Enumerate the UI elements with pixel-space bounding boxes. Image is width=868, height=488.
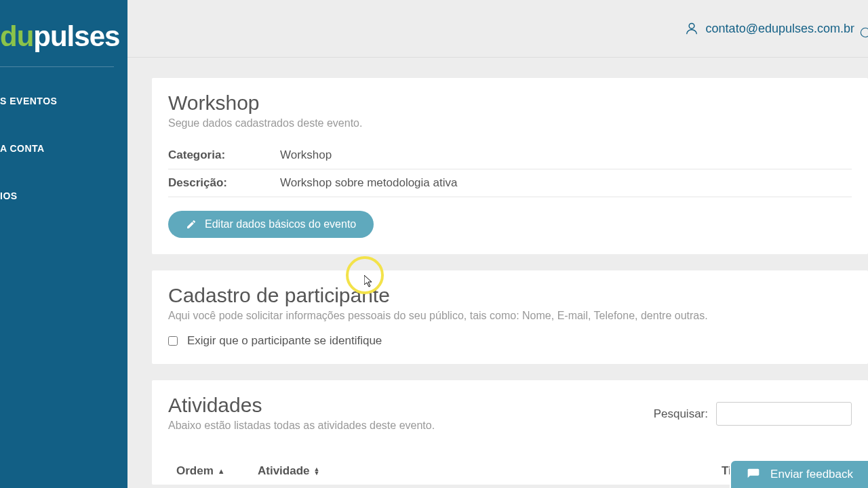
sidebar-item-conta[interactable]: A CONTA [0, 135, 127, 162]
column-ordem[interactable]: Ordem ▲ [176, 464, 258, 478]
help-icon[interactable] [860, 24, 868, 41]
logo: dupulses [0, 20, 127, 53]
activities-search: Pesquisar: [654, 402, 852, 426]
feedback-button[interactable]: Enviar feedback [730, 460, 868, 488]
logo-part2: pulses [33, 20, 119, 52]
sort-asc-icon: ▲ [218, 468, 225, 475]
svg-point-0 [689, 23, 694, 28]
user-email: contato@edupulses.com.br [706, 22, 854, 36]
sidebar-divider [0, 66, 114, 67]
event-description-value: Workshop sobre metodologia ativa [280, 176, 852, 190]
logo-part1: du [0, 20, 33, 52]
event-category-label: Categoria: [168, 148, 280, 162]
event-category-row: Categoria: Workshop [168, 142, 852, 169]
header: contato@edupulses.com.br [127, 0, 868, 58]
column-atividade[interactable]: Atividade ▲▼ [258, 464, 722, 478]
event-category-value: Workshop [280, 148, 852, 162]
search-label: Pesquisar: [654, 407, 708, 421]
edit-event-button[interactable]: Editar dados básicos do evento [168, 211, 374, 238]
sidebar-item-eventos[interactable]: S EVENTOS [0, 87, 127, 115]
sidebar: dupulses S EVENTOS A CONTA IOS [0, 0, 127, 488]
activities-title: Atividades [168, 394, 435, 417]
svg-point-1 [861, 28, 868, 37]
main-content: Workshop Segue dados cadastrados deste e… [152, 78, 868, 488]
search-input[interactable] [716, 402, 852, 426]
event-subtitle: Segue dados cadastrados deste evento. [168, 117, 852, 129]
feedback-label: Enviar feedback [770, 468, 853, 481]
chat-icon [746, 468, 761, 481]
pencil-icon [186, 219, 197, 230]
edit-event-label: Editar dados básicos do evento [205, 218, 356, 230]
user-info[interactable]: contato@edupulses.com.br [684, 21, 854, 36]
event-description-label: Descrição: [168, 176, 280, 190]
sidebar-item-ios[interactable]: IOS [0, 182, 127, 209]
participant-subtitle: Aqui você pode solicitar informações pes… [168, 310, 852, 322]
participant-card: Cadastro de participante Aqui você pode … [152, 270, 868, 364]
require-identify-checkbox[interactable] [168, 336, 178, 346]
event-card: Workshop Segue dados cadastrados deste e… [152, 78, 868, 254]
participant-title: Cadastro de participante [168, 284, 852, 307]
event-title: Workshop [168, 92, 852, 115]
event-description-row: Descrição: Workshop sobre metodologia at… [168, 169, 852, 197]
sort-both-icon: ▲▼ [314, 467, 320, 476]
activities-subtitle: Abaixo estão listadas todas as atividade… [168, 420, 435, 432]
require-identify-row[interactable]: Exigir que o participante se identifique [168, 334, 852, 348]
require-identify-label: Exigir que o participante se identifique [187, 334, 382, 348]
user-icon [684, 21, 699, 36]
